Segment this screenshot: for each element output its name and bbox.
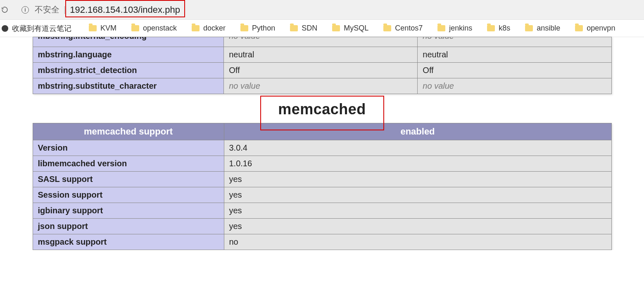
folder-icon: [240, 25, 248, 31]
bookmark-label: docker: [203, 24, 226, 33]
page-content: mbstring.internal_encoding no value no v…: [0, 37, 644, 250]
property-name: Version: [33, 140, 224, 156]
property-name: libmemcached version: [33, 156, 224, 172]
bookmark-label: 收藏到有道云笔记: [12, 24, 71, 33]
table-row: mbstring.internal_encoding no value no v…: [33, 37, 611, 47]
bookmark-label: ansible: [537, 24, 560, 33]
directive-master: Off: [418, 63, 611, 78]
directive-master: neutral: [418, 47, 611, 63]
directive-master: no value: [423, 37, 454, 41]
bookmark-label: SDN: [302, 24, 317, 33]
table-row: igbinary supportyes: [33, 203, 611, 219]
table-row: libmemcached version1.0.16: [33, 156, 611, 172]
bookmark-folder[interactable]: openstack: [124, 22, 184, 34]
table-row: SASL supportyes: [33, 172, 611, 187]
bookmark-folder[interactable]: docker: [184, 22, 233, 34]
mbstring-table: mbstring.internal_encoding no value no v…: [33, 37, 612, 94]
security-status: 不安全: [35, 4, 59, 15]
directive-local: no value: [229, 37, 260, 41]
property-value: yes: [224, 187, 611, 203]
separator: |: [64, 5, 66, 14]
folder-icon: [332, 25, 340, 31]
directive-master: no value: [418, 78, 611, 94]
directive-name: mbstring.substitute_character: [33, 78, 224, 94]
bookmark-folder[interactable]: jenkins: [430, 22, 480, 34]
folder-icon: [290, 25, 298, 31]
folder-icon: [131, 25, 139, 31]
memcached-table: memcached support enabled Version3.0.4li…: [33, 123, 612, 250]
bookmark-favicon: [2, 25, 8, 32]
property-value: yes: [224, 203, 611, 219]
bookmark-folder[interactable]: k8s: [480, 22, 518, 34]
section-heading: memcached: [278, 101, 366, 118]
table-row: Session supportyes: [33, 187, 611, 203]
folder-icon: [383, 25, 391, 31]
bookmark-label: MySQL: [344, 24, 368, 33]
table-row: mbstring.substitute_characterno valueno …: [33, 78, 611, 94]
table-row: mbstring.languageneutralneutral: [33, 47, 611, 63]
folder-icon: [437, 25, 445, 31]
directive-local: no value: [224, 78, 418, 94]
browser-address-bar: i 不安全 | 192.168.154.103/index.php: [0, 0, 644, 20]
bookmark-label: k8s: [499, 24, 510, 33]
section-heading-wrapper: memcached: [33, 101, 612, 118]
property-value: yes: [224, 219, 611, 234]
bookmark-folder[interactable]: KVM: [81, 22, 124, 34]
property-name: Session support: [33, 187, 224, 203]
site-info-icon[interactable]: i: [21, 6, 29, 14]
table-row: Version3.0.4: [33, 140, 611, 156]
folder-icon: [487, 25, 495, 31]
bookmark-label: openvpn: [587, 24, 615, 33]
folder-icon: [575, 25, 583, 31]
bookmarks-bar: 收藏到有道云笔记 KVMopenstackdockerPythonSDNMySQ…: [0, 20, 644, 37]
property-name: igbinary support: [33, 203, 224, 219]
url-text[interactable]: 192.168.154.103/index.php: [70, 5, 180, 15]
directive-name: mbstring.language: [33, 47, 224, 63]
bookmark-label: Centos7: [395, 24, 423, 33]
folder-icon: [192, 25, 200, 31]
bookmark-label: jenkins: [449, 24, 472, 33]
property-name: SASL support: [33, 172, 224, 187]
property-name: msgpack support: [33, 234, 224, 250]
table-header-row: memcached support enabled: [33, 123, 611, 140]
bookmark-folder[interactable]: openvpn: [568, 22, 623, 34]
bookmark-folder[interactable]: Centos7: [376, 22, 430, 34]
folder-icon: [525, 25, 533, 31]
property-value: no: [224, 234, 611, 250]
table-row: json supportyes: [33, 219, 611, 234]
directive-local: Off: [224, 63, 418, 78]
property-value: 1.0.16: [224, 156, 611, 172]
property-value: 3.0.4: [224, 140, 611, 156]
table-row: msgpack supportno: [33, 234, 611, 250]
bookmark-youdao[interactable]: 收藏到有道云笔记: [2, 22, 81, 35]
bookmark-folder[interactable]: ansible: [518, 22, 568, 34]
property-name: json support: [33, 219, 224, 234]
directive-name: mbstring.strict_detection: [33, 63, 224, 78]
table-row: mbstring.strict_detectionOffOff: [33, 63, 611, 78]
bookmark-folder[interactable]: Python: [233, 22, 283, 34]
bookmark-label: KVM: [100, 24, 116, 33]
bookmark-label: Python: [252, 24, 275, 33]
bookmark-folder[interactable]: SDN: [283, 22, 325, 34]
header-support: memcached support: [33, 123, 224, 140]
reload-button[interactable]: [0, 6, 8, 13]
bookmark-folder[interactable]: MySQL: [325, 22, 376, 34]
header-enabled: enabled: [224, 123, 611, 140]
directive-local: neutral: [224, 47, 418, 63]
property-value: yes: [224, 172, 611, 187]
directive-name: mbstring.internal_encoding: [38, 37, 147, 41]
bookmark-label: openstack: [143, 24, 177, 33]
folder-icon: [89, 25, 97, 31]
